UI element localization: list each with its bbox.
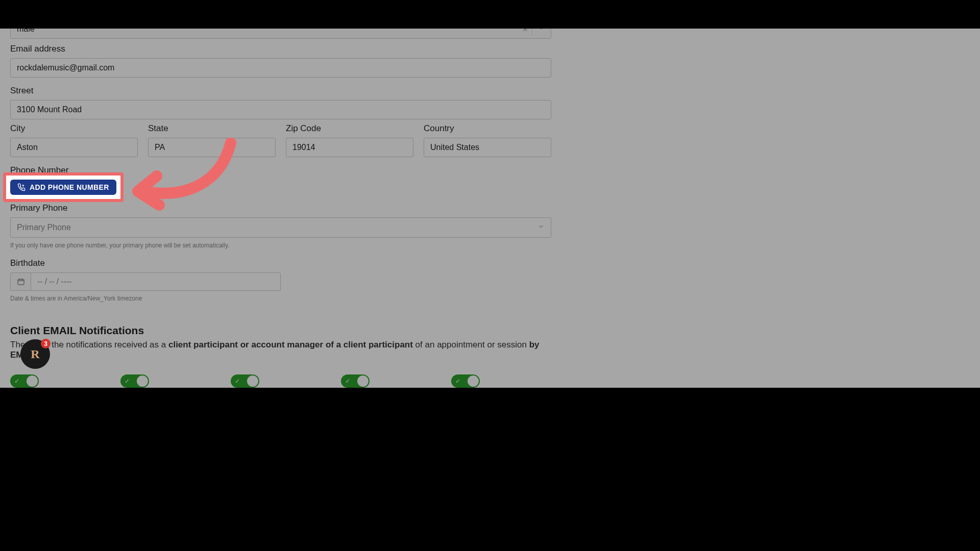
add-phone-highlight: ADD PHONE NUMBER — [3, 172, 124, 202]
letterbox-top — [0, 0, 980, 29]
email-field[interactable]: rockdalemusic@gmail.com — [10, 58, 551, 78]
toggle-cancellations[interactable]: ✓ — [341, 374, 370, 388]
check-icon: ✓ — [235, 378, 240, 385]
avatar-initial: R — [31, 347, 39, 361]
toggle-enrollments[interactable]: ✓ — [231, 374, 259, 388]
state-value: PA — [155, 143, 165, 152]
state-field[interactable]: PA — [148, 138, 276, 157]
zip-value: 19014 — [292, 143, 315, 152]
country-label: Country — [424, 123, 551, 134]
email-label: Email address — [10, 44, 551, 54]
right-empty-area — [743, 0, 980, 389]
city-field[interactable]: Aston — [10, 138, 138, 157]
primary-phone-placeholder: Primary Phone — [17, 223, 71, 232]
city-value: Aston — [17, 143, 38, 152]
birthdate-yyyy: ---- — [61, 277, 71, 286]
avatar-widget[interactable]: R 3 — [20, 339, 50, 369]
notifications-desc: These are the notifications received as … — [10, 340, 551, 360]
toggle-subscription[interactable]: ✓ — [120, 374, 149, 388]
toggle-updates[interactable]: ✓ — [451, 374, 480, 388]
svg-rect-0 — [18, 279, 24, 285]
birthdate-helper: Date & times are in America/New_York tim… — [10, 295, 551, 302]
country-value: United States — [430, 143, 479, 152]
birthdate-dd: -- — [49, 277, 55, 286]
avatar-badge: 3 — [41, 339, 51, 348]
primary-phone-select[interactable]: Primary Phone — [10, 217, 551, 238]
primary-phone-label: Primary Phone — [10, 203, 551, 213]
email-value: rockdalemusic@gmail.com — [17, 63, 114, 72]
primary-phone-helper: If you only have one phone number, your … — [10, 242, 551, 249]
phone-plus-icon — [17, 183, 26, 191]
check-icon: ✓ — [14, 378, 19, 385]
check-icon: ✓ — [125, 378, 130, 385]
birthdate-field[interactable]: -- / -- / ---- — [10, 272, 281, 291]
calendar-icon[interactable] — [10, 272, 31, 291]
birthdate-mm: -- — [37, 277, 43, 286]
add-phone-label: ADD PHONE NUMBER — [30, 183, 109, 191]
add-phone-number-button[interactable]: ADD PHONE NUMBER — [10, 180, 116, 195]
birthdate-input[interactable]: -- / -- / ---- — [31, 272, 281, 291]
street-label: Street — [10, 86, 551, 96]
street-field[interactable]: 3100 Mount Road — [10, 100, 551, 119]
city-label: City — [10, 123, 138, 134]
zip-field[interactable]: 19014 — [286, 138, 413, 157]
birthdate-label: Birthdate — [10, 258, 551, 268]
letterbox-bottom — [0, 388, 980, 551]
state-label: State — [148, 123, 276, 134]
chevron-down-icon[interactable] — [537, 223, 545, 232]
check-icon: ✓ — [345, 378, 350, 385]
check-icon: ✓ — [455, 378, 460, 385]
toggle-reminders[interactable]: ✓ — [10, 374, 39, 388]
street-value: 3100 Mount Road — [17, 105, 82, 114]
notifications-title: Client EMAIL Notifications — [10, 324, 551, 337]
zip-label: Zip Code — [286, 123, 413, 134]
country-field[interactable]: United States — [424, 138, 551, 157]
